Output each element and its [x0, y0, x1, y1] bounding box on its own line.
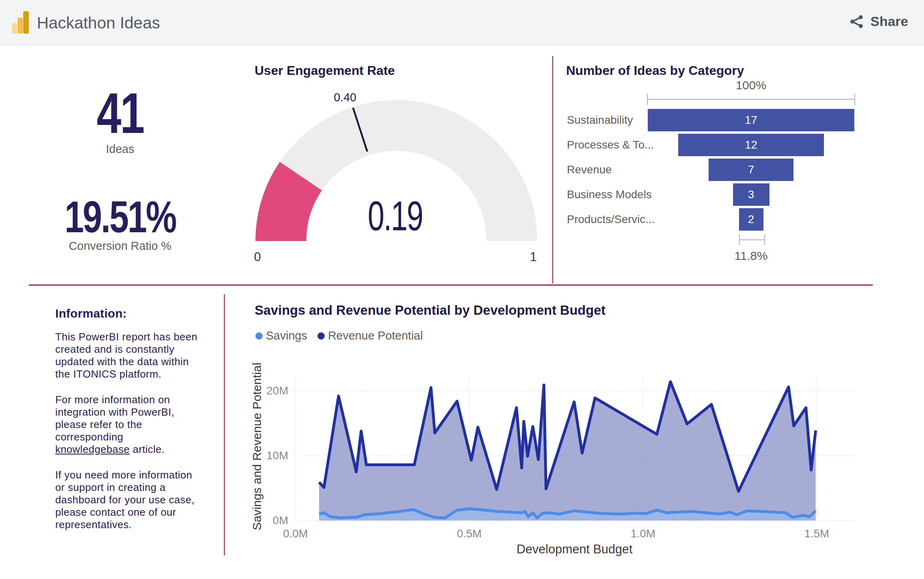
gauge-chart: 0.40 0.19 0 1 — [240, 64, 552, 264]
kpi-ideas-value: 41 — [24, 85, 216, 142]
share-button-label: Share — [870, 14, 908, 29]
funnel-bar[interactable]: 12 — [678, 134, 824, 156]
x-tick-label: 0.0M — [283, 527, 308, 540]
gauge-value: 0.19 — [368, 193, 422, 239]
funnel-bar-value: 3 — [748, 188, 754, 201]
vertical-divider-top — [552, 56, 553, 283]
share-icon — [850, 14, 864, 29]
funnel-top-bracket — [647, 94, 855, 105]
legend-item-revenue-potential[interactable]: Revenue Potential — [317, 329, 423, 342]
funnel-bar-value: 7 — [748, 163, 754, 176]
info-p2-tail: article. — [130, 443, 165, 455]
funnel-bar[interactable]: 2 — [739, 208, 763, 231]
powerbi-logo-icon — [11, 10, 30, 34]
gauge-target-label: 0.40 — [334, 91, 356, 104]
funnel-first-percent: 100% — [736, 78, 767, 92]
revenue-potential-legend-label: Revenue Potential — [328, 329, 423, 342]
funnel-category-label: Business Models — [567, 183, 652, 206]
info-paragraph-3: If you need more information or support … — [55, 469, 199, 531]
savings-legend-label: Savings — [266, 329, 307, 342]
legend-item-savings[interactable]: Savings — [255, 329, 307, 342]
area-y-axis-title: Savings and Revenue Potential — [250, 363, 263, 531]
gauge-min-label: 0 — [254, 250, 261, 264]
funnel-bottom-bracket — [739, 235, 765, 245]
info-p2-text: For more information on integration with… — [55, 394, 175, 443]
funnel-category-label: Products/Servic... — [567, 208, 655, 231]
revenue-potential-area — [319, 382, 816, 521]
info-paragraph-1: This PowerBI report has been created and… — [55, 331, 199, 380]
kpi-conversion-label: Conversion Ratio % — [24, 239, 216, 253]
area-x-axis-title: Development Budget — [516, 542, 633, 556]
funnel-bar[interactable]: 3 — [733, 183, 769, 206]
y-tick-label: 0M — [273, 514, 288, 527]
funnel-row[interactable]: Products/Servic...2 — [560, 208, 873, 231]
info-heading: Information: — [55, 307, 127, 320]
y-tick-label: 10M — [267, 449, 288, 462]
report-canvas: Hackathon Ideas Share 41 Ideas 19.51% Co… — [0, 0, 924, 579]
share-button[interactable]: Share — [850, 14, 908, 29]
funnel-bar[interactable]: 7 — [709, 159, 793, 181]
funnel-chart: Number of Ideas by Category 100% Sustain… — [560, 56, 873, 288]
funnel-title: Number of Ideas by Category — [566, 63, 744, 78]
kpi-ideas-label: Ideas — [24, 143, 216, 156]
info-body: This PowerBI report has been created and… — [55, 331, 199, 544]
revenue-potential-legend-dot-icon — [317, 332, 325, 340]
area-chart-legend: Savings Revenue Potential — [255, 329, 423, 342]
info-paragraph-2: For more information on integration with… — [55, 394, 199, 456]
horizontal-divider — [29, 284, 873, 286]
gauge-max-label: 1 — [530, 250, 536, 264]
area-chart: 0M10M20M0.0M0.5M1.0M1.5M Savings and Rev… — [248, 356, 873, 565]
y-tick-label: 20M — [267, 384, 288, 397]
app-header: Hackathon Ideas Share — [0, 0, 924, 46]
funnel-bar-value: 2 — [748, 213, 754, 226]
funnel-bar-value: 12 — [745, 139, 757, 151]
area-chart-series — [319, 382, 816, 521]
funnel-row[interactable]: Revenue7 — [560, 159, 873, 181]
savings-legend-dot-icon — [255, 332, 263, 340]
x-tick-label: 1.0M — [631, 527, 655, 540]
funnel-category-label: Processes & To... — [567, 134, 654, 156]
x-tick-label: 0.5M — [457, 527, 482, 540]
page-title: Hackathon Ideas — [37, 14, 160, 32]
x-tick-label: 1.5M — [804, 527, 829, 540]
area-chart-title: Savings and Revenue Potential by Develop… — [255, 303, 606, 318]
vertical-divider-bottom — [224, 294, 225, 555]
funnel-bar[interactable]: 17 — [648, 109, 854, 131]
kpi-conversion-value: 19.51% — [24, 195, 216, 239]
funnel-row[interactable]: Sustainability17 — [560, 109, 873, 131]
funnel-row[interactable]: Processes & To...12 — [560, 134, 873, 156]
funnel-bar-value: 17 — [745, 114, 757, 127]
knowledgebase-link[interactable]: knowledgebase — [55, 443, 130, 455]
funnel-category-label: Sustainability — [567, 109, 633, 131]
funnel-last-percent: 11.8% — [735, 249, 768, 263]
funnel-row[interactable]: Business Models3 — [560, 183, 873, 206]
funnel-category-label: Revenue — [567, 159, 612, 181]
